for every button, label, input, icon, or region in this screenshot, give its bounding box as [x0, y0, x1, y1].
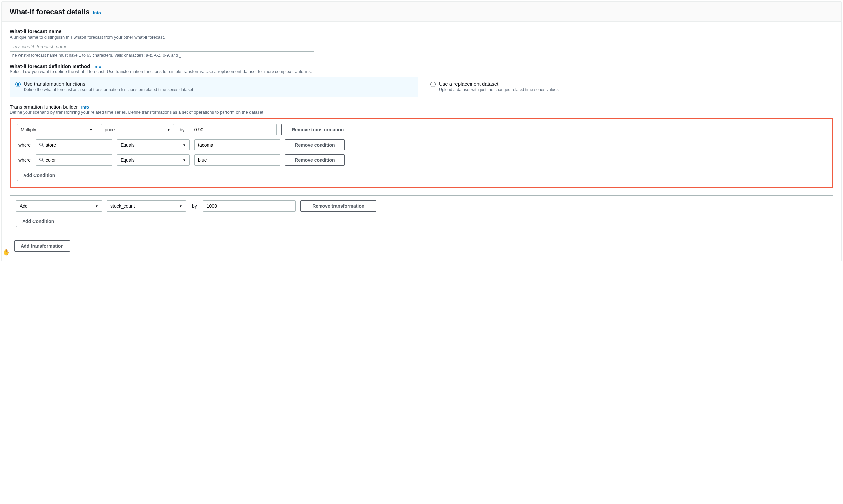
radio-option-desc: Define the what-if forecast as a set of … [24, 87, 193, 92]
definition-method-label: What-if forecast definition method [10, 64, 90, 69]
operation-value: Add [19, 203, 28, 209]
radio-replacement-dataset[interactable]: Use a replacement dataset Upload a datas… [425, 77, 833, 97]
remove-transformation-button[interactable]: Remove transformation [281, 124, 354, 135]
remove-transformation-button[interactable]: Remove transformation [300, 200, 377, 212]
condition-value-input[interactable] [194, 155, 280, 166]
definition-method-info-link[interactable]: Info [93, 64, 101, 69]
add-condition-button[interactable]: Add Condition [16, 216, 60, 227]
condition-field-input[interactable] [46, 158, 109, 163]
operation-select[interactable]: Multiply ▼ [17, 124, 96, 135]
comparator-value: Equals [121, 142, 135, 147]
radio-dot-icon [15, 82, 20, 87]
builder-section: Transformation function builder Info [10, 104, 833, 110]
svg-point-0 [40, 143, 43, 145]
remove-condition-button[interactable]: Remove condition [285, 139, 345, 150]
transformation-2: Add ▼ stock_count ▼ by Remove transforma… [10, 195, 833, 233]
where-word: where [17, 142, 32, 147]
radio-option-title: Use transfomation functions [24, 81, 193, 87]
search-icon [39, 158, 44, 163]
chevron-down-icon: ▼ [167, 128, 170, 132]
radio-option-desc: Upload a dataset with just the changed r… [439, 87, 558, 92]
forecast-name-block: What-if forecast name A unique name to d… [10, 29, 833, 57]
value-input[interactable] [203, 200, 296, 212]
builder-info-link[interactable]: Info [81, 105, 89, 110]
operation-select[interactable]: Add ▼ [16, 200, 102, 212]
svg-point-2 [40, 158, 43, 161]
comparator-select[interactable]: Equals ▼ [117, 155, 190, 166]
builder-desc: Define your scenario by transforming you… [10, 110, 833, 115]
builder-label: Transformation function builder [10, 104, 78, 110]
where-word: where [17, 158, 32, 163]
header-info-link[interactable]: Info [93, 10, 101, 15]
svg-line-1 [42, 145, 44, 146]
by-word: by [191, 203, 198, 209]
condition-value-input[interactable] [194, 139, 280, 150]
svg-line-3 [42, 160, 44, 162]
radio-dot-icon [430, 82, 436, 87]
radio-transformation-functions[interactable]: Use transfomation functions Define the w… [10, 77, 418, 97]
condition-field-search[interactable] [36, 155, 112, 166]
attribute-value: stock_count [110, 203, 135, 209]
forecast-name-hint: The what-if forecast name must have 1 to… [10, 53, 833, 57]
remove-condition-button[interactable]: Remove condition [285, 155, 345, 166]
chevron-down-icon: ▼ [183, 158, 186, 162]
hand-cursor-icon: ✋ [3, 249, 10, 256]
forecast-name-input[interactable] [10, 42, 314, 52]
chevron-down-icon: ▼ [89, 128, 93, 132]
attribute-value: price [105, 127, 115, 132]
value-input[interactable] [191, 124, 277, 135]
attribute-select[interactable]: stock_count ▼ [107, 200, 186, 212]
add-transformation-button[interactable]: Add transformation [14, 240, 70, 252]
chevron-down-icon: ▼ [95, 204, 98, 208]
add-condition-button[interactable]: Add Condition [17, 170, 61, 181]
chevron-down-icon: ▼ [179, 204, 183, 208]
comparator-value: Equals [121, 158, 135, 163]
forecast-name-desc: A unique name to distinguish this what-i… [10, 35, 833, 40]
operation-value: Multiply [20, 127, 36, 132]
search-icon [39, 142, 44, 148]
by-word: by [178, 127, 186, 132]
definition-method-desc: Select how you want to define the what-i… [10, 69, 833, 74]
page-title: What-if forecast details [10, 7, 90, 16]
panel-header: What-if forecast details Info [2, 2, 841, 22]
comparator-select[interactable]: Equals ▼ [117, 139, 190, 150]
attribute-select[interactable]: price ▼ [101, 124, 174, 135]
condition-field-search[interactable] [36, 139, 112, 150]
chevron-down-icon: ▼ [183, 143, 186, 147]
definition-method-block: What-if forecast definition method Info … [10, 64, 833, 97]
condition-field-input[interactable] [46, 142, 109, 147]
transformation-1: Multiply ▼ price ▼ by Remove transformat… [10, 118, 833, 188]
radio-option-title: Use a replacement dataset [439, 81, 558, 87]
forecast-name-label: What-if forecast name [10, 29, 833, 34]
